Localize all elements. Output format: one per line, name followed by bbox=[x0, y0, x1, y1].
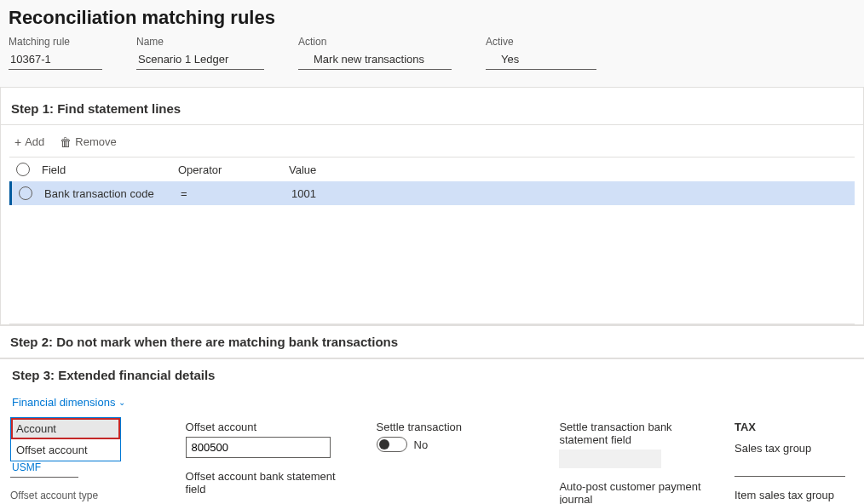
select-all-radio[interactable] bbox=[16, 163, 30, 176]
row-radio[interactable] bbox=[19, 186, 32, 200]
matching-rule-label: Matching rule bbox=[9, 36, 102, 48]
page-title: Reconciliation matching rules bbox=[9, 7, 855, 29]
name-value[interactable]: Scenario 1 Ledger bbox=[136, 49, 264, 70]
financial-dimensions-label: Financial dimensions bbox=[12, 396, 115, 409]
dropdown-item-offset-account[interactable]: Offset account bbox=[11, 439, 120, 461]
step3-title: Step 3: Extended financial details bbox=[10, 368, 854, 391]
autopost-label: Auto-post customer payment journal bbox=[559, 480, 716, 504]
row-field: Bank transaction code bbox=[44, 187, 181, 200]
offset-account-bank-statement-field-label: Offset account bank statement field bbox=[186, 470, 358, 495]
col-operator-header[interactable]: Operator bbox=[178, 163, 289, 176]
financial-dimensions-link[interactable]: Financial dimensions ⌄ bbox=[10, 391, 854, 419]
add-label: Add bbox=[25, 135, 44, 148]
remove-label: Remove bbox=[75, 135, 116, 148]
tax-heading: TAX bbox=[734, 421, 854, 433]
action-value[interactable]: Mark new transactions bbox=[298, 49, 452, 70]
header-fields: Matching rule 10367-1 Name Scenario 1 Le… bbox=[9, 36, 855, 70]
settle-transaction-label: Settle transaction bbox=[377, 421, 541, 433]
step2-title: Step 2: Do not mark when there are match… bbox=[10, 335, 854, 349]
chevron-down-icon: ⌄ bbox=[118, 398, 125, 407]
active-label: Active bbox=[486, 36, 596, 48]
add-button[interactable]: + Add bbox=[14, 135, 44, 148]
sales-tax-group-value[interactable] bbox=[734, 458, 845, 477]
row-operator: = bbox=[181, 187, 291, 200]
item-sales-tax-group-label: Item sales tax group bbox=[734, 489, 854, 501]
grid-header: Field Operator Value bbox=[9, 158, 855, 181]
col-value-header[interactable]: Value bbox=[289, 163, 848, 176]
step1-title: Step 1: Find statement lines bbox=[9, 96, 855, 124]
name-label: Name bbox=[136, 36, 264, 48]
settle-transaction-bank-statement-field-value[interactable] bbox=[559, 450, 661, 468]
plus-icon: + bbox=[14, 136, 21, 148]
sales-tax-group-label: Sales tax group bbox=[734, 442, 854, 455]
dropdown-item-account[interactable]: Account bbox=[11, 418, 120, 439]
company-value[interactable]: USMF bbox=[10, 461, 78, 478]
grid-empty-area bbox=[9, 205, 855, 324]
row-value: 1001 bbox=[291, 187, 848, 200]
settle-transaction-value: No bbox=[414, 438, 429, 451]
offset-account-input[interactable] bbox=[186, 437, 331, 458]
matching-rule-value[interactable]: 10367-1 bbox=[9, 49, 102, 70]
settle-transaction-toggle[interactable] bbox=[377, 437, 407, 452]
trash-icon: 🗑 bbox=[60, 136, 72, 148]
step2-section[interactable]: Step 2: Do not mark when there are match… bbox=[0, 325, 864, 358]
offset-account-type-label: Offset account type bbox=[10, 490, 167, 501]
offset-account-label: Offset account bbox=[186, 421, 358, 433]
settle-transaction-bank-statement-field-label: Settle transaction bank statement field bbox=[559, 421, 716, 446]
financial-dimensions-dropdown: Account Offset account bbox=[10, 417, 121, 461]
active-value[interactable]: Yes bbox=[486, 49, 596, 70]
table-row[interactable]: Bank transaction code = 1001 bbox=[9, 181, 855, 205]
action-label: Action bbox=[298, 36, 452, 48]
step3-section: Step 3: Extended financial details Finan… bbox=[0, 358, 864, 504]
col-field-header[interactable]: Field bbox=[42, 163, 178, 176]
remove-button[interactable]: 🗑 Remove bbox=[60, 135, 116, 148]
step1-section: Step 1: Find statement lines + Add 🗑 Rem… bbox=[0, 87, 864, 325]
